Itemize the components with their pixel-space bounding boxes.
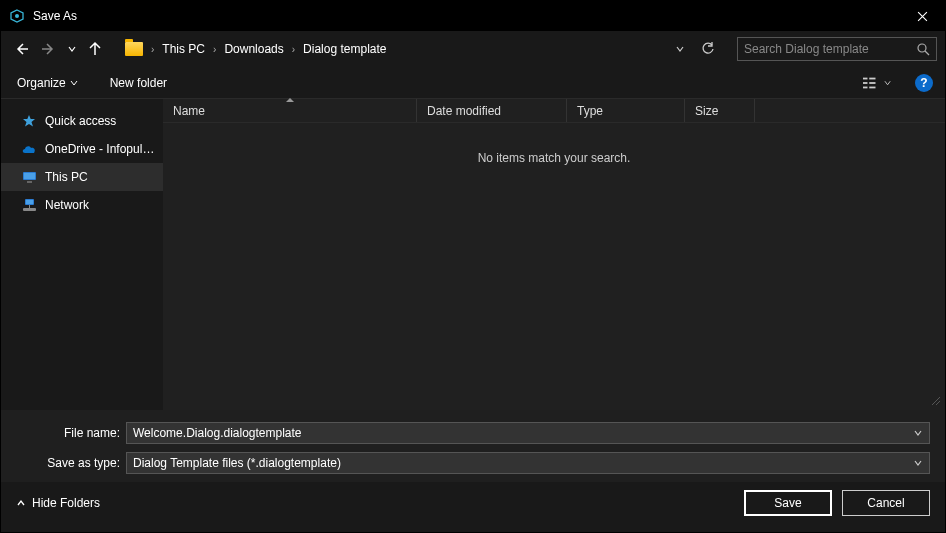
breadcrumb-item[interactable]: Downloads <box>224 42 283 56</box>
svg-rect-14 <box>26 200 33 204</box>
chevron-down-icon <box>70 79 78 87</box>
titlebar: Save As <box>1 1 945 31</box>
search-input[interactable] <box>744 42 913 56</box>
svg-rect-12 <box>27 181 32 183</box>
organize-menu[interactable]: Organize <box>13 73 82 93</box>
column-headers: Name Date modified Type Size <box>163 99 945 123</box>
breadcrumb-item[interactable]: Dialog template <box>303 42 386 56</box>
new-folder-button[interactable]: New folder <box>106 73 171 93</box>
file-list[interactable]: No items match your search. <box>163 123 945 410</box>
column-header-date[interactable]: Date modified <box>417 99 567 122</box>
svg-rect-6 <box>869 77 875 79</box>
cancel-button[interactable]: Cancel <box>842 490 930 516</box>
star-icon <box>21 113 37 129</box>
chevron-right-icon: › <box>149 44 156 55</box>
address-bar[interactable]: › This PC › Downloads › Dialog template <box>119 37 725 61</box>
column-label: Type <box>577 104 603 118</box>
filetype-value: Dialog Template files (*.dialogtemplate) <box>133 456 923 470</box>
app-icon <box>9 8 25 24</box>
save-button[interactable]: Save <box>744 490 832 516</box>
cloud-icon <box>21 141 37 157</box>
view-options-button[interactable] <box>863 71 891 95</box>
folder-icon <box>125 42 143 56</box>
sidebar: Quick access OneDrive - Infopulse This P… <box>1 99 163 410</box>
footer: Hide Folders Save Cancel <box>1 482 945 532</box>
up-button[interactable] <box>83 37 107 61</box>
monitor-icon <box>21 169 37 185</box>
svg-point-2 <box>918 44 926 52</box>
sidebar-item-label: This PC <box>45 170 88 184</box>
filetype-select[interactable]: Dialog Template files (*.dialogtemplate) <box>126 452 930 474</box>
organize-label: Organize <box>17 76 66 90</box>
svg-rect-15 <box>23 208 36 211</box>
chevron-down-icon <box>884 79 891 87</box>
arrow-up-icon <box>87 41 103 57</box>
svg-rect-4 <box>863 82 867 84</box>
filename-label: File name: <box>16 426 126 440</box>
refresh-button[interactable] <box>697 38 719 60</box>
svg-rect-3 <box>863 77 867 79</box>
sidebar-item-network[interactable]: Network <box>1 191 163 219</box>
svg-rect-5 <box>863 86 867 88</box>
main: Quick access OneDrive - Infopulse This P… <box>1 99 945 410</box>
sidebar-item-this-pc[interactable]: This PC <box>1 163 163 191</box>
svg-rect-16 <box>29 205 30 208</box>
column-header-name[interactable]: Name <box>163 99 417 122</box>
hide-folders-label: Hide Folders <box>32 496 100 510</box>
svg-marker-9 <box>23 115 35 127</box>
toolbar: Organize New folder ? <box>1 67 945 99</box>
column-header-type[interactable]: Type <box>567 99 685 122</box>
sidebar-item-quick-access[interactable]: Quick access <box>1 107 163 135</box>
content-area: Name Date modified Type Size No items ma… <box>163 99 945 410</box>
svg-point-1 <box>15 14 19 18</box>
chevron-right-icon: › <box>290 44 297 55</box>
refresh-icon <box>701 42 715 56</box>
close-button[interactable] <box>900 1 945 31</box>
navbar: › This PC › Downloads › Dialog template <box>1 31 945 67</box>
help-button[interactable]: ? <box>915 74 933 92</box>
address-dropdown-button[interactable] <box>669 38 691 60</box>
sidebar-item-label: Quick access <box>45 114 116 128</box>
sort-indicator-icon <box>286 98 294 102</box>
resize-grip-icon <box>929 394 943 408</box>
search-icon <box>917 43 930 56</box>
sidebar-item-label: Network <box>45 198 89 212</box>
arrow-right-icon <box>41 41 57 57</box>
svg-rect-11 <box>24 173 35 179</box>
network-icon <box>21 197 37 213</box>
search-box[interactable] <box>737 37 937 61</box>
close-icon <box>917 11 928 22</box>
column-header-size[interactable]: Size <box>685 99 755 122</box>
view-icon <box>863 76 881 90</box>
chevron-down-icon <box>675 44 685 54</box>
filename-input[interactable] <box>133 426 923 440</box>
column-label: Size <box>695 104 718 118</box>
forward-button[interactable] <box>37 37 61 61</box>
new-folder-label: New folder <box>110 76 167 90</box>
breadcrumb-item[interactable]: This PC <box>162 42 205 56</box>
filetype-label: Save as type: <box>16 456 126 470</box>
chevron-down-icon[interactable] <box>913 428 923 438</box>
column-label: Name <box>173 104 205 118</box>
svg-rect-7 <box>869 82 875 84</box>
filename-field[interactable] <box>126 422 930 444</box>
sidebar-item-label: OneDrive - Infopulse <box>45 142 155 156</box>
svg-rect-8 <box>869 86 875 88</box>
chevron-up-icon <box>16 498 26 508</box>
back-button[interactable] <box>9 37 33 61</box>
recent-locations-button[interactable] <box>65 37 79 61</box>
sidebar-item-onedrive[interactable]: OneDrive - Infopulse <box>1 135 163 163</box>
chevron-down-icon[interactable] <box>913 458 923 468</box>
chevron-right-icon: › <box>211 44 218 55</box>
column-label: Date modified <box>427 104 501 118</box>
empty-message: No items match your search. <box>163 123 945 193</box>
window-title: Save As <box>33 9 77 23</box>
chevron-down-icon <box>68 45 76 53</box>
hide-folders-toggle[interactable]: Hide Folders <box>16 496 100 510</box>
bottom-panel: File name: Save as type: Dialog Template… <box>1 410 945 482</box>
arrow-left-icon <box>13 41 29 57</box>
